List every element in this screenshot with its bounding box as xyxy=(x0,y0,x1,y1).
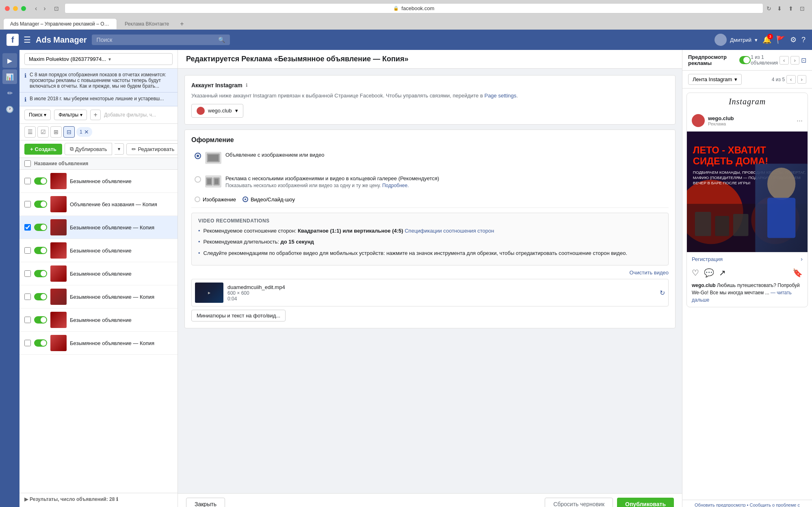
ad-toggle-4[interactable] xyxy=(34,247,47,254)
expand-sidebar-btn[interactable]: ▶ xyxy=(2,53,17,68)
new-tab-btn[interactable]: + xyxy=(177,18,187,29)
ad-toggle-8[interactable] xyxy=(34,339,47,347)
table-row[interactable]: Безымянное объявление xyxy=(19,170,178,193)
pencil-icon[interactable]: ✏ xyxy=(2,86,17,100)
create-btn[interactable]: + Создать xyxy=(24,144,62,155)
preview-expand-btn[interactable]: ⊡ xyxy=(801,56,806,64)
clear-video-btn[interactable]: Очистить видео xyxy=(630,270,669,276)
ig-page-selector[interactable]: wego.club ▾ xyxy=(191,104,243,118)
grid-view-btn[interactable]: ⊞ xyxy=(50,126,62,138)
search-filter-btn[interactable]: Поиск ▾ xyxy=(24,110,51,120)
maximize-window-btn[interactable] xyxy=(21,6,26,11)
clock-icon[interactable]: 🕐 xyxy=(2,102,17,117)
save-btn[interactable]: 🔖 xyxy=(793,268,803,278)
checkbox-view-btn[interactable]: ☑ xyxy=(37,126,49,138)
hamburger-menu[interactable]: ☰ xyxy=(24,35,31,45)
settings-btn[interactable]: ⚙ xyxy=(790,35,797,44)
share-btn[interactable]: ⬆ xyxy=(786,4,796,13)
format-option-2[interactable]: Реклама с несколькими изображениями и ви… xyxy=(191,172,669,192)
ig-more-icon[interactable]: ··· xyxy=(797,117,803,125)
address-bar[interactable]: 🔒 facebook.com xyxy=(65,3,763,13)
download-btn[interactable]: ⬇ xyxy=(775,4,784,13)
ad-checkbox-4[interactable] xyxy=(24,247,31,254)
format-radio-1[interactable] xyxy=(195,153,201,159)
image-radio-label[interactable]: Изображение xyxy=(195,196,236,203)
ad-checkbox-3[interactable] xyxy=(24,224,31,231)
account-btn[interactable]: Maxim Poluektov (8263779974... ▾ xyxy=(24,53,173,65)
share-btn[interactable]: ↗ xyxy=(719,268,726,278)
table-row[interactable]: Безымянное объявление xyxy=(19,309,178,332)
ad-toggle-1[interactable] xyxy=(34,177,47,185)
ad-toggle-5[interactable] xyxy=(34,270,47,277)
ad-checkbox-2[interactable] xyxy=(24,201,31,207)
placement-btn[interactable]: Лента Instagram ▾ xyxy=(688,74,742,85)
table-row[interactable]: Безымянное объявление xyxy=(19,262,178,285)
format-option-1[interactable]: Объявление с изображением или видео xyxy=(191,149,669,167)
video-radio-label[interactable]: Видео/Слайд-шоу xyxy=(243,196,295,203)
add-filter-btn[interactable]: + xyxy=(90,110,101,120)
ig-info-icon[interactable]: ℹ xyxy=(246,82,248,88)
ad-checkbox-7[interactable] xyxy=(24,317,31,323)
search-input[interactable] xyxy=(97,37,215,43)
ad-toggle-7[interactable] xyxy=(34,316,47,324)
ad-checkbox-5[interactable] xyxy=(24,270,31,277)
table-row[interactable]: Безымянное объявление — Копия xyxy=(19,285,178,309)
close-window-btn[interactable] xyxy=(5,6,10,11)
ad-toggle-2[interactable] xyxy=(34,201,47,208)
ad-checkbox-8[interactable] xyxy=(24,340,31,346)
preview-toggle[interactable] xyxy=(739,56,751,64)
tag-close-btn[interactable]: ✕ xyxy=(84,129,89,135)
video-reload-icon[interactable]: ↻ xyxy=(660,289,665,297)
ad-toggle-3[interactable] xyxy=(34,224,47,231)
carousel-more-link[interactable]: Подробнее. xyxy=(382,183,409,188)
fb-logo[interactable]: f xyxy=(6,34,19,46)
reading-mode-btn[interactable]: ⊡ xyxy=(52,4,61,13)
like-btn[interactable]: ♡ xyxy=(692,268,699,278)
edit-btn[interactable]: ✏ Редактировать xyxy=(126,143,178,155)
format-radio-2[interactable] xyxy=(195,176,201,183)
chart-icon[interactable]: 📊 xyxy=(2,69,17,84)
reload-btn[interactable]: ↻ xyxy=(767,5,771,12)
reset-btn[interactable]: Сбросить черновик xyxy=(545,498,613,507)
ig-cta-label[interactable]: Регистрация xyxy=(692,256,723,262)
filters-btn[interactable]: Фильтры ▾ xyxy=(54,110,87,120)
list-view-btn[interactable]: ☰ xyxy=(24,126,36,138)
tab-vk[interactable]: Реклама ВКонтакте xyxy=(118,18,176,29)
preview-footer[interactable]: Обновить предпросмотр • Сообщить о пробл… xyxy=(682,500,812,507)
placement-prev-btn[interactable]: ‹ xyxy=(786,75,795,84)
select-all-checkbox[interactable] xyxy=(24,160,31,167)
results-toggle[interactable]: ▶ Результаты, число объявлений: 28 ℹ xyxy=(24,496,118,502)
ad-toggle-6[interactable] xyxy=(34,293,47,300)
forward-btn[interactable]: › xyxy=(41,4,48,13)
page-settings-link[interactable]: Page settings xyxy=(484,93,516,99)
publish-btn[interactable]: Опубликовать xyxy=(617,498,674,507)
ad-checkbox-6[interactable] xyxy=(24,293,31,300)
help-btn[interactable]: ? xyxy=(801,36,806,44)
preview-prev-btn[interactable]: ‹ xyxy=(780,56,788,65)
fullscreen-btn[interactable]: ⊡ xyxy=(797,4,807,13)
duplicate-dropdown-btn[interactable]: ▾ xyxy=(115,143,124,155)
notifications-btn[interactable]: 🔔 3 xyxy=(762,35,771,44)
placement-next-btn[interactable]: › xyxy=(797,75,806,84)
flag-btn[interactable]: 🚩 xyxy=(776,35,785,44)
tab-ads-manager[interactable]: Ads Manager – Управление рекламой – Объя… xyxy=(3,18,117,29)
video-radio[interactable] xyxy=(243,196,248,202)
back-btn[interactable]: ‹ xyxy=(32,4,39,13)
table-row[interactable]: Безымянное объявление xyxy=(19,239,178,262)
aspect-ratio-link[interactable]: Спецификации соотношения сторон xyxy=(405,228,494,234)
image-radio[interactable] xyxy=(195,196,200,202)
preview-next-btn[interactable]: › xyxy=(790,56,799,65)
detail-view-btn[interactable]: ⊟ xyxy=(63,126,75,138)
comment-btn[interactable]: 💬 xyxy=(704,268,714,278)
search-bar[interactable]: 🔍 xyxy=(92,35,230,45)
user-menu[interactable]: Дмитрий ▾ xyxy=(715,34,758,46)
search-icon-btn[interactable]: 🔍 xyxy=(218,37,225,43)
thumbnails-btn[interactable]: Миниатюры и текст на фото/вид... xyxy=(191,310,286,321)
table-row[interactable]: Безымянное объявление — Копия xyxy=(19,332,178,355)
close-btn[interactable]: Закрыть xyxy=(186,498,225,507)
ad-checkbox-1[interactable] xyxy=(24,178,31,184)
table-row[interactable]: Безымянное объявление — Копия xyxy=(19,216,178,239)
minimize-window-btn[interactable] xyxy=(13,6,18,11)
duplicate-btn[interactable]: ⧉ Дублировать xyxy=(65,143,112,155)
table-row[interactable]: Объявление без названия — Копия xyxy=(19,193,178,216)
